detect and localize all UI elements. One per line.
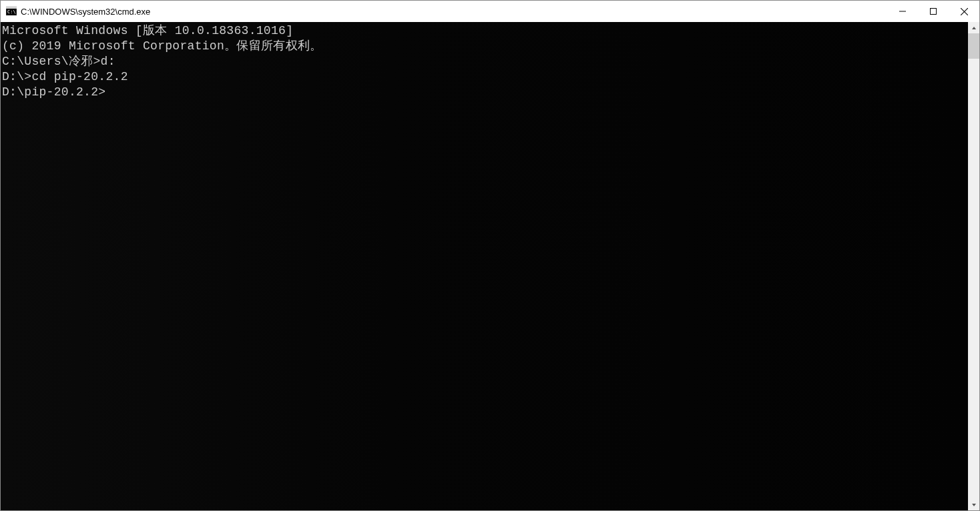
window-title: C:\WINDOWS\system32\cmd.exe	[21, 7, 887, 17]
minimize-button[interactable]	[887, 1, 918, 22]
svg-marker-8	[972, 504, 976, 506]
cmd-window: C:\ C:\WINDOWS\system32\cmd.exe Microsof…	[0, 0, 980, 511]
scrollbar-thumb[interactable]	[968, 33, 979, 59]
scroll-down-button[interactable]	[968, 499, 979, 510]
titlebar[interactable]: C:\ C:\WINDOWS\system32\cmd.exe	[1, 1, 979, 22]
vertical-scrollbar[interactable]	[968, 22, 979, 510]
svg-text:C:\: C:\	[7, 9, 16, 15]
terminal-line: D:\>cd pip-20.2.2	[2, 69, 968, 85]
terminal-line: (c) 2019 Microsoft Corporation。保留所有权利。	[2, 39, 968, 54]
scrollbar-track[interactable]	[968, 33, 979, 499]
scroll-up-button[interactable]	[968, 22, 979, 33]
maximize-button[interactable]	[918, 1, 949, 22]
svg-rect-4	[931, 9, 937, 15]
terminal-line: Microsoft Windows [版本 10.0.18363.1016]	[2, 23, 968, 39]
close-button[interactable]	[949, 1, 979, 22]
client-area: Microsoft Windows [版本 10.0.18363.1016](c…	[1, 22, 979, 510]
svg-rect-1	[6, 7, 17, 9]
terminal-line: D:\pip-20.2.2>	[2, 85, 968, 100]
cmd-icon: C:\	[6, 6, 17, 17]
terminal-output[interactable]: Microsoft Windows [版本 10.0.18363.1016](c…	[1, 22, 968, 510]
terminal-line: C:\Users\冷邪>d:	[2, 54, 968, 69]
svg-marker-7	[972, 27, 976, 29]
window-controls	[887, 1, 979, 22]
